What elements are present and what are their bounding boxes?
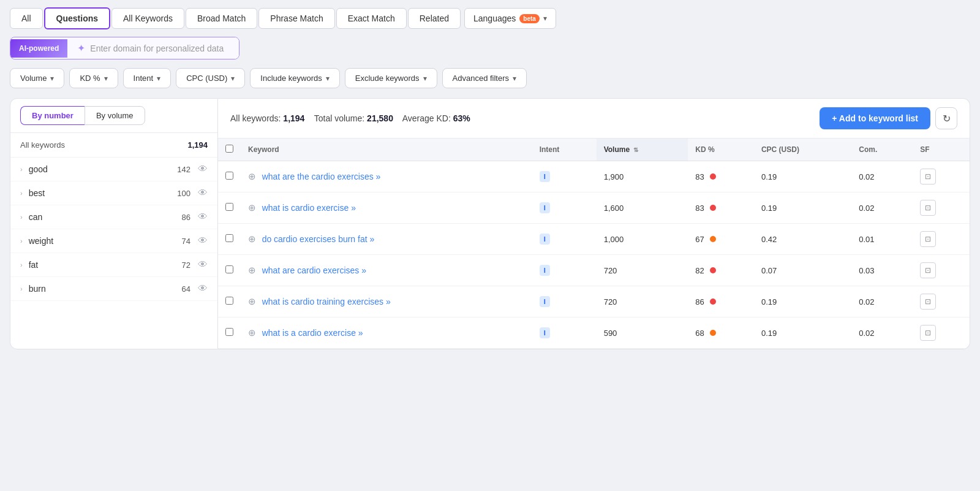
row-checkbox[interactable]: [225, 297, 233, 305]
eye-icon[interactable]: 👁: [198, 235, 208, 246]
list-item-count: 100: [177, 189, 190, 198]
filter-kd[interactable]: KD % ▾: [69, 68, 118, 88]
add-keyword-icon[interactable]: ⊕: [248, 296, 256, 306]
eye-icon[interactable]: 👁: [198, 211, 208, 223]
tab-all[interactable]: All: [10, 8, 43, 29]
list-item-count: 72: [182, 261, 190, 270]
intent-badge: I: [540, 327, 550, 338]
eye-icon[interactable]: 👁: [198, 164, 208, 175]
row-checkbox-cell: [218, 286, 241, 318]
row-kd: 68: [688, 318, 754, 349]
expand-icon: ›: [20, 189, 23, 197]
serp-features-icon[interactable]: ⊡: [920, 169, 936, 185]
list-item[interactable]: › burn 64 👁: [10, 277, 217, 301]
filter-exclude-label: Exclude keywords: [355, 74, 420, 83]
keyword-link[interactable]: do cardio exercises burn fat »: [262, 234, 375, 244]
row-checkbox-cell: [218, 192, 241, 224]
group-by-number-btn[interactable]: By number: [20, 106, 85, 125]
table-header: Keyword Intent Volume ⇅ KD % CPC (USD) C…: [218, 139, 970, 161]
row-sf: ⊡: [913, 192, 970, 224]
tab-languages[interactable]: Languages beta ▾: [464, 8, 556, 29]
tab-questions[interactable]: Questions: [44, 7, 110, 29]
expand-icon: ›: [20, 261, 23, 268]
list-item-name: can: [29, 212, 182, 222]
row-checkbox[interactable]: [225, 234, 233, 242]
add-keyword-icon[interactable]: ⊕: [248, 265, 256, 275]
row-checkbox[interactable]: [225, 203, 233, 211]
keyword-link[interactable]: what is cardio training exercises »: [262, 297, 391, 306]
row-intent: I: [532, 224, 597, 255]
list-item[interactable]: › best 100 👁: [10, 181, 217, 205]
col-volume[interactable]: Volume ⇅: [597, 139, 688, 161]
tab-related[interactable]: Related: [408, 8, 461, 29]
row-checkbox-cell: [218, 161, 241, 192]
serp-features-icon[interactable]: ⊡: [920, 200, 936, 216]
table-summary: All keywords: 1,194 Total volume: 21,580…: [230, 113, 815, 123]
row-checkbox[interactable]: [225, 172, 233, 180]
row-keyword: ⊕ what is a cardio exercise »: [241, 318, 532, 349]
tab-phrase-match[interactable]: Phrase Match: [258, 8, 334, 29]
row-checkbox[interactable]: [225, 265, 233, 273]
avg-kd-label: Average KD:: [402, 113, 451, 123]
keyword-link[interactable]: what are cardio exercises »: [262, 265, 366, 275]
add-keyword-icon[interactable]: ⊕: [248, 202, 256, 213]
serp-features-icon[interactable]: ⊡: [920, 262, 936, 278]
row-cpc: 0.19: [754, 318, 851, 349]
eye-icon[interactable]: 👁: [198, 188, 208, 199]
col-intent: Intent: [532, 139, 597, 161]
add-keyword-icon[interactable]: ⊕: [248, 234, 256, 244]
row-kd: 83: [688, 161, 754, 192]
eye-icon[interactable]: 👁: [198, 259, 208, 270]
filter-exclude[interactable]: Exclude keywords ▾: [345, 68, 437, 88]
row-com: 0.02: [851, 286, 913, 318]
table-header-row: All keywords: 1,194 Total volume: 21,580…: [218, 99, 970, 139]
filter-include[interactable]: Include keywords ▾: [250, 68, 339, 88]
keyword-link[interactable]: what are the cardio exercises »: [262, 172, 381, 181]
list-item[interactable]: › weight 74 👁: [10, 229, 217, 253]
tab-all-keywords[interactable]: All Keywords: [111, 8, 184, 29]
row-com: 0.02: [851, 161, 913, 192]
ai-input-wrapper[interactable]: AI-powered ✦ Enter domain for personaliz…: [10, 37, 239, 59]
filter-advanced[interactable]: Advanced filters ▾: [442, 68, 527, 88]
ai-domain-input[interactable]: ✦ Enter domain for personalized data: [67, 37, 239, 59]
expand-icon: ›: [20, 213, 23, 221]
row-keyword: ⊕ what are cardio exercises »: [241, 255, 532, 286]
tab-exact-match[interactable]: Exact Match: [336, 8, 407, 29]
tab-broad-match[interactable]: Broad Match: [186, 8, 257, 29]
list-item[interactable]: › good 142 👁: [10, 158, 217, 181]
list-item[interactable]: › fat 72 👁: [10, 253, 217, 277]
keyword-link[interactable]: what is a cardio exercise »: [262, 328, 363, 338]
add-keyword-icon[interactable]: ⊕: [248, 327, 256, 338]
row-keyword: ⊕ do cardio exercises burn fat »: [241, 224, 532, 255]
kd-dot: [710, 299, 716, 305]
group-by-volume-btn[interactable]: By volume: [85, 106, 145, 125]
add-keyword-icon[interactable]: ⊕: [248, 171, 256, 181]
keyword-link[interactable]: what is cardio exercise »: [262, 203, 356, 213]
eye-icon[interactable]: 👁: [198, 283, 208, 294]
row-checkbox[interactable]: [225, 328, 233, 336]
col-kd: KD %: [688, 139, 754, 161]
filter-volume[interactable]: Volume ▾: [10, 68, 64, 88]
left-list-header: All keywords 1,194: [10, 133, 217, 158]
table-row: ⊕ what is a cardio exercise » I 590 68 0…: [218, 318, 970, 349]
row-sf: ⊡: [913, 286, 970, 318]
row-volume: 1,000: [597, 224, 688, 255]
add-to-keyword-list-button[interactable]: + Add to keyword list: [820, 107, 930, 129]
intent-badge: I: [540, 234, 550, 245]
filter-intent[interactable]: Intent ▾: [123, 68, 172, 88]
list-item[interactable]: › can 86 👁: [10, 205, 217, 229]
serp-features-icon[interactable]: ⊡: [920, 231, 936, 247]
serp-features-icon[interactable]: ⊡: [920, 325, 936, 341]
filter-cpc[interactable]: CPC (USD) ▾: [176, 68, 245, 88]
refresh-button[interactable]: ↻: [935, 107, 957, 129]
list-item-name: weight: [29, 236, 182, 246]
serp-features-icon[interactable]: ⊡: [920, 294, 936, 310]
select-all-checkbox[interactable]: [225, 145, 233, 153]
row-kd: 86: [688, 286, 754, 318]
row-sf: ⊡: [913, 161, 970, 192]
row-cpc: 0.19: [754, 286, 851, 318]
row-kd: 67: [688, 224, 754, 255]
filter-volume-chevron: ▾: [50, 74, 54, 83]
filter-cpc-chevron: ▾: [231, 74, 235, 83]
row-com: 0.02: [851, 318, 913, 349]
